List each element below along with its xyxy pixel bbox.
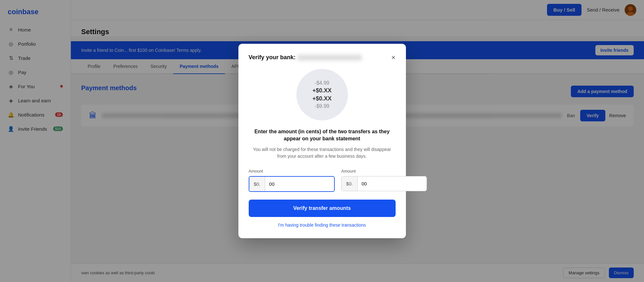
amount-group-2: Amount $0. [341,169,427,192]
amount2-prefix: $0. [341,176,358,191]
amount1-prefix: $0. [249,177,265,191]
amount2-input-row: $0. [341,176,427,191]
amount-line-3: +$0.XX [312,95,332,102]
modal-close-button[interactable]: × [391,54,396,61]
verify-transfer-button[interactable]: Verify transfer amounts [249,200,396,217]
amount1-input-row: $0. [249,176,335,192]
amount-inputs: Amount $0. Amount $0. [249,169,396,192]
amount1-input[interactable] [265,177,334,191]
modal-sub-description: You will not be charged for these transa… [249,146,396,160]
modal-bank-name-blurred [297,55,362,61]
modal-title: Verify your bank: [249,54,362,61]
amount-group-1: Amount $0. [249,169,335,192]
modal-description: Enter the amount (in cents) of the two t… [249,128,396,143]
amount-line-4: -$9.99 [315,103,329,109]
amount-line-2: +$0.XX [312,87,332,94]
amount2-input[interactable] [358,176,427,191]
trouble-link[interactable]: I'm having trouble finding these transac… [249,222,396,228]
amount2-label: Amount [341,169,427,174]
modal-overlay: Verify your bank: × -$4.99 +$0.XX +$0.XX… [0,0,644,282]
amount1-label: Amount [249,169,335,174]
modal-header: Verify your bank: × [249,54,396,61]
amounts-circle: -$4.99 +$0.XX +$0.XX -$9.99 [296,69,348,120]
amount-line-1: -$4.99 [315,80,329,86]
verify-bank-modal: Verify your bank: × -$4.99 +$0.XX +$0.XX… [238,44,406,239]
